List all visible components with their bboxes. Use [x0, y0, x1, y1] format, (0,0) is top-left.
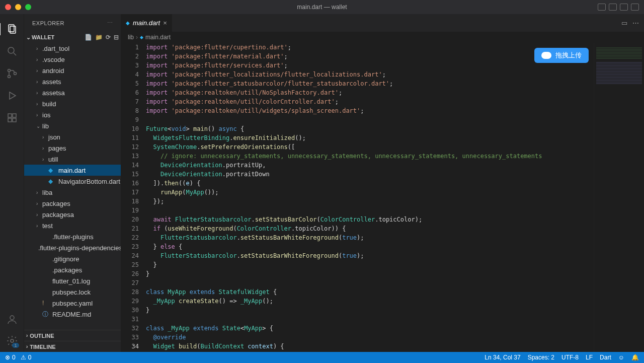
language-mode[interactable]: Dart: [600, 354, 611, 361]
refresh-icon[interactable]: ⟳: [106, 34, 111, 41]
run-debug-tab-icon[interactable]: [6, 90, 18, 102]
new-file-icon[interactable]: 📄: [85, 34, 92, 41]
upload-button-label: 拖拽上传: [555, 51, 582, 60]
warning-icon: ⚠: [21, 354, 26, 361]
settings-gear-icon[interactable]: 1: [6, 335, 18, 347]
file-item[interactable]: ◆main.dart: [24, 165, 121, 176]
explorer-title: EXPLORER: [32, 20, 64, 26]
svg-point-2: [8, 47, 14, 53]
folder-item[interactable]: ›packages: [24, 198, 121, 209]
layout-controls: [598, 4, 639, 11]
folder-item[interactable]: ›.vscode: [24, 54, 121, 65]
minimize-window-button[interactable]: [15, 4, 21, 10]
file-item[interactable]: .packages: [24, 264, 121, 275]
breadcrumb[interactable]: lib › ◆ main.dart: [121, 32, 644, 43]
explorer-tab-icon[interactable]: [0, 23, 24, 35]
folder-item[interactable]: ›pages: [24, 142, 121, 154]
file-item[interactable]: .flutter-plugins-dependencies: [24, 242, 121, 253]
folder-name: WALLET: [32, 34, 54, 40]
toggle-panel2-icon[interactable]: [609, 4, 617, 11]
folder-item[interactable]: ›.dart_tool: [24, 43, 121, 54]
error-icon: ⊗: [5, 354, 10, 361]
svg-point-12: [10, 316, 14, 320]
outline-label: OUTLINE: [30, 333, 54, 339]
window-title: main.dart — wallet: [297, 4, 347, 11]
maximize-window-button[interactable]: [25, 4, 31, 10]
folder-item[interactable]: ›ios: [24, 109, 121, 120]
line-gutter: 1234567891011121314151617181920212223242…: [121, 43, 146, 352]
folder-item[interactable]: ›liba: [24, 187, 121, 198]
toggle-panel4-icon[interactable]: [631, 4, 639, 11]
file-item[interactable]: .gitignore: [24, 253, 121, 264]
close-window-button[interactable]: [5, 4, 11, 10]
chevron-down-icon: ⌄: [26, 34, 31, 41]
folder-header[interactable]: ⌄ WALLET 📄 📁 ⟳ ⊟: [24, 32, 121, 43]
activity-bar: 1: [0, 14, 24, 352]
file-item[interactable]: ◆NavigatorBottom.dart: [24, 176, 121, 187]
folder-item[interactable]: ›json: [24, 131, 121, 142]
svg-rect-1: [10, 26, 16, 33]
explorer-header: EXPLORER ⋯: [24, 14, 121, 32]
tab-main-dart[interactable]: ◆ main.dart ×: [121, 14, 173, 32]
cursor-position[interactable]: Ln 34, Col 37: [485, 354, 520, 361]
svg-point-6: [14, 72, 16, 75]
errors-indicator[interactable]: ⊗ 0: [5, 354, 16, 361]
code-content[interactable]: import 'package:flutter/cupertino.dart';…: [146, 43, 644, 352]
settings-badge: 1: [12, 343, 19, 348]
accounts-icon[interactable]: [6, 314, 18, 326]
minimap[interactable]: [594, 43, 644, 352]
split-editor-icon[interactable]: ▭: [621, 19, 627, 27]
folder-item[interactable]: ›assets: [24, 76, 121, 87]
close-tab-icon[interactable]: ×: [163, 19, 167, 27]
breadcrumb-part[interactable]: main.dart: [145, 34, 171, 41]
folder-item[interactable]: ›build: [24, 98, 121, 109]
file-item[interactable]: flutter_01.log: [24, 275, 121, 286]
encoding[interactable]: UTF-8: [561, 354, 579, 361]
indentation[interactable]: Spaces: 2: [528, 354, 554, 361]
svg-line-3: [14, 53, 16, 55]
explorer-more-icon[interactable]: ⋯: [107, 20, 113, 26]
upload-button[interactable]: 拖拽上传: [534, 48, 589, 63]
folder-item[interactable]: ›test: [24, 220, 121, 231]
svg-rect-10: [8, 118, 12, 122]
toggle-panel-icon[interactable]: [598, 4, 606, 11]
new-folder-icon[interactable]: 📁: [95, 34, 103, 41]
file-item[interactable]: ⓘREADME.md: [24, 309, 121, 320]
window-controls: [5, 4, 31, 10]
search-tab-icon[interactable]: [6, 45, 18, 57]
explorer-sidebar: EXPLORER ⋯ ⌄ WALLET 📄 📁 ⟳ ⊟ ›.dart_tool›…: [24, 14, 121, 352]
file-item[interactable]: .flutter-plugins: [24, 231, 121, 242]
chevron-right-icon: ›: [26, 333, 28, 338]
svg-rect-8: [8, 114, 12, 117]
extensions-tab-icon[interactable]: [6, 112, 18, 124]
file-item[interactable]: pubspec.lock: [24, 286, 121, 298]
folder-item[interactable]: ⌄lib: [24, 120, 121, 131]
editor-area: ◆ main.dart × ▭ ⋯ lib › ◆ main.dart 1234…: [121, 14, 644, 352]
timeline-section[interactable]: › TIMELINE: [24, 341, 121, 352]
svg-rect-0: [9, 25, 14, 32]
warnings-indicator[interactable]: ⚠ 0: [21, 354, 32, 361]
outline-section[interactable]: › OUTLINE: [24, 330, 121, 341]
status-bar: ⊗ 0 ⚠ 0 Ln 34, Col 37 Spaces: 2 UTF-8 LF…: [0, 352, 644, 363]
source-control-tab-icon[interactable]: [6, 67, 18, 80]
title-bar: main.dart — wallet: [0, 0, 644, 14]
breadcrumb-part[interactable]: lib: [128, 34, 134, 41]
code-editor[interactable]: 1234567891011121314151617181920212223242…: [121, 43, 644, 352]
notifications-icon[interactable]: 🔔: [631, 354, 639, 361]
folder-item[interactable]: ›assetsa: [24, 87, 121, 98]
svg-point-13: [11, 339, 14, 342]
collapse-icon[interactable]: ⊟: [114, 34, 119, 41]
feedback-icon[interactable]: ☺: [618, 354, 624, 361]
file-item[interactable]: !pubspec.yaml: [24, 298, 121, 309]
folder-item[interactable]: ›packagesa: [24, 209, 121, 220]
tab-label: main.dart: [133, 19, 160, 27]
toggle-panel3-icon[interactable]: [620, 4, 628, 11]
folder-item[interactable]: ›utill: [24, 154, 121, 165]
cloud-icon: [541, 52, 551, 59]
more-actions-icon[interactable]: ⋯: [632, 19, 639, 27]
chevron-right-icon: ›: [136, 34, 138, 41]
folder-item[interactable]: ›android: [24, 65, 121, 76]
timeline-label: TIMELINE: [30, 344, 55, 350]
dart-file-icon: ◆: [126, 20, 130, 26]
eol[interactable]: LF: [586, 354, 593, 361]
